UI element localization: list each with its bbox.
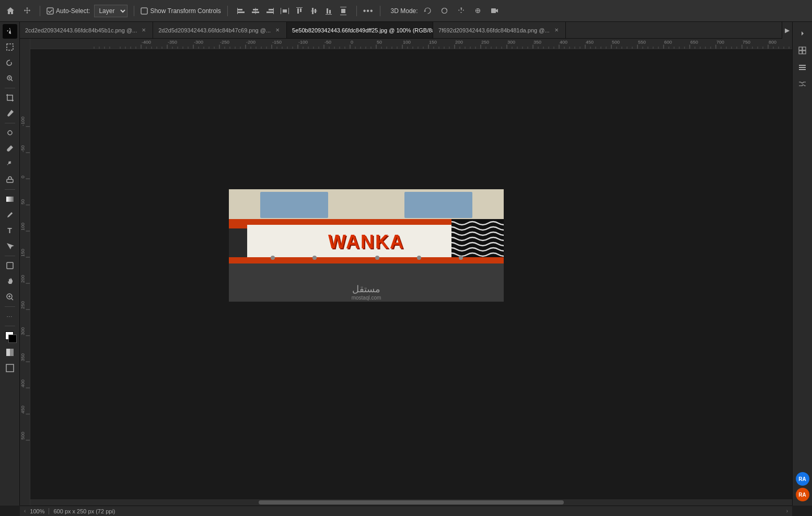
move-tool[interactable] — [3, 24, 17, 39]
align-left-btn[interactable] — [234, 4, 248, 18]
tab-4-close[interactable]: ✕ — [553, 27, 560, 34]
tab-3[interactable]: 5e50b8209342443.66fdc849dff25.jpg @ 100%… — [287, 22, 433, 38]
crop-tool[interactable] — [3, 90, 17, 105]
properties-panel-btn[interactable] — [795, 60, 810, 74]
align-middle-btn[interactable] — [307, 4, 321, 18]
align-bottom-btn[interactable] — [322, 4, 335, 18]
svg-rect-38 — [10, 349, 14, 356]
canvas-area[interactable]: WANKA — [30, 49, 792, 506]
ruler-top — [20, 39, 792, 49]
quick-mask-btn[interactable] — [3, 345, 17, 360]
selection-tool[interactable] — [3, 40, 17, 54]
tab-nav-right[interactable]: ▶ — [782, 22, 792, 39]
more-options-btn[interactable]: ••• — [363, 6, 374, 16]
text-tool[interactable]: T — [3, 223, 17, 238]
3d-video-btn[interactable] — [488, 4, 502, 18]
layer-select[interactable]: Layer Group — [94, 5, 127, 17]
hand-tool[interactable] — [3, 274, 17, 289]
foreground-background-color[interactable] — [3, 329, 17, 343]
svg-rect-24 — [340, 7, 346, 7]
align-top-btn[interactable] — [293, 4, 306, 18]
3d-rotate-btn[interactable] — [421, 4, 435, 18]
align-center-btn[interactable] — [249, 4, 262, 18]
screen-mode-btn[interactable] — [3, 361, 17, 375]
zoom-tool[interactable] — [3, 290, 17, 304]
user-avatar-1[interactable]: RA — [796, 472, 809, 486]
tab-2-label: 2d2d5d209342443.66fdc84b47c69.png @... — [158, 27, 271, 33]
svg-rect-0 — [47, 8, 53, 14]
scroll-next[interactable]: › — [786, 508, 788, 514]
tab-1-close[interactable]: ✕ — [140, 27, 147, 34]
svg-rect-32 — [7, 179, 13, 182]
auto-select-checkbox-group[interactable]: Auto-Select: — [47, 7, 90, 15]
tab-1-label: 2cd2ed209342443.66fdc84b45b1c.png @... — [25, 27, 137, 33]
svg-rect-11 — [283, 9, 287, 13]
toolbar-separator-2 — [134, 6, 134, 16]
auto-select-label: Auto-Select: — [56, 7, 90, 15]
tab-4[interactable]: 7f692d209342443.66fdc84b481da.png @... ✕ — [433, 22, 565, 38]
3d-orbit-btn[interactable] — [438, 4, 451, 18]
svg-rect-7 — [255, 8, 256, 14]
sign-text: WANKA — [328, 231, 404, 253]
zoom-level: 100% — [30, 508, 44, 514]
lasso-tool[interactable] — [3, 55, 17, 70]
svg-rect-15 — [300, 8, 301, 12]
svg-rect-4 — [237, 8, 238, 14]
svg-rect-45 — [799, 67, 806, 68]
tab-2-close[interactable]: ✕ — [274, 27, 281, 34]
svg-rect-14 — [297, 8, 299, 14]
shape-tool[interactable] — [3, 258, 17, 273]
distribute-v-btn[interactable] — [337, 4, 350, 18]
left-sep-1 — [5, 88, 15, 88]
path-select-tool[interactable] — [3, 239, 17, 254]
tab-2[interactable]: 2d2d5d209342443.66fdc84b47c69.png @... ✕ — [153, 22, 287, 38]
align-right-btn[interactable] — [263, 4, 277, 18]
brush-tool[interactable] — [3, 141, 17, 156]
scroll-prev[interactable]: ‹ — [24, 508, 26, 514]
user-avatar-2[interactable]: RA — [796, 488, 809, 501]
left-sep-5 — [5, 306, 15, 307]
pen-tool[interactable] — [3, 208, 17, 222]
toolbar-separator-5 — [380, 6, 380, 16]
svg-rect-20 — [327, 8, 328, 14]
svg-rect-9 — [266, 12, 274, 13]
distribute-h-btn[interactable] — [278, 4, 292, 18]
healing-brush-tool[interactable] — [3, 125, 17, 140]
svg-rect-25 — [340, 15, 346, 15]
gradient-tool[interactable] — [3, 192, 17, 207]
svg-rect-39 — [6, 364, 14, 372]
align-group — [234, 4, 350, 18]
3d-mode-label: 3D Mode: — [391, 7, 418, 15]
more-tools-btn[interactable]: ··· — [3, 309, 17, 324]
scrollbar-horizontal[interactable] — [30, 499, 792, 506]
libraries-panel-btn[interactable] — [795, 43, 810, 58]
svg-rect-40 — [799, 47, 802, 50]
3d-zoom-btn[interactable] — [471, 4, 485, 18]
adjustments-panel-btn[interactable] — [795, 76, 810, 91]
svg-rect-33 — [6, 197, 14, 202]
svg-rect-19 — [311, 10, 317, 11]
clone-stamp-tool[interactable] — [3, 157, 17, 171]
svg-rect-10 — [273, 8, 274, 14]
svg-rect-16 — [296, 7, 303, 8]
panel-collapse-btn[interactable] — [795, 26, 810, 41]
svg-rect-8 — [269, 9, 274, 10]
svg-rect-46 — [799, 69, 806, 70]
tab-3-label: 5e50b8209342443.66fdc849dff25.jpg @ 100%… — [292, 27, 433, 33]
quick-select-tool[interactable] — [3, 71, 17, 86]
3d-pan-btn[interactable] — [455, 4, 468, 18]
move-icon[interactable] — [21, 5, 33, 17]
svg-rect-2 — [237, 9, 242, 10]
home-icon[interactable] — [4, 5, 17, 17]
toolbar-separator-4 — [356, 6, 357, 16]
scrollbar-thumb-h[interactable] — [259, 500, 563, 504]
eyedropper-tool[interactable] — [3, 106, 17, 121]
status-sep-1 — [49, 508, 49, 514]
eraser-tool[interactable] — [3, 173, 17, 187]
svg-point-34 — [10, 213, 12, 214]
watermark-subtext: mostaql.com — [352, 295, 381, 301]
show-transform-controls-group[interactable]: Show Transform Controls — [141, 7, 221, 15]
tabs-bar: 2cd2ed209342443.66fdc84b45b1c.png @... ✕… — [20, 22, 792, 39]
tab-1[interactable]: 2cd2ed209342443.66fdc84b45b1c.png @... ✕ — [20, 22, 153, 38]
3d-mode-group: 3D Mode: — [391, 4, 502, 18]
